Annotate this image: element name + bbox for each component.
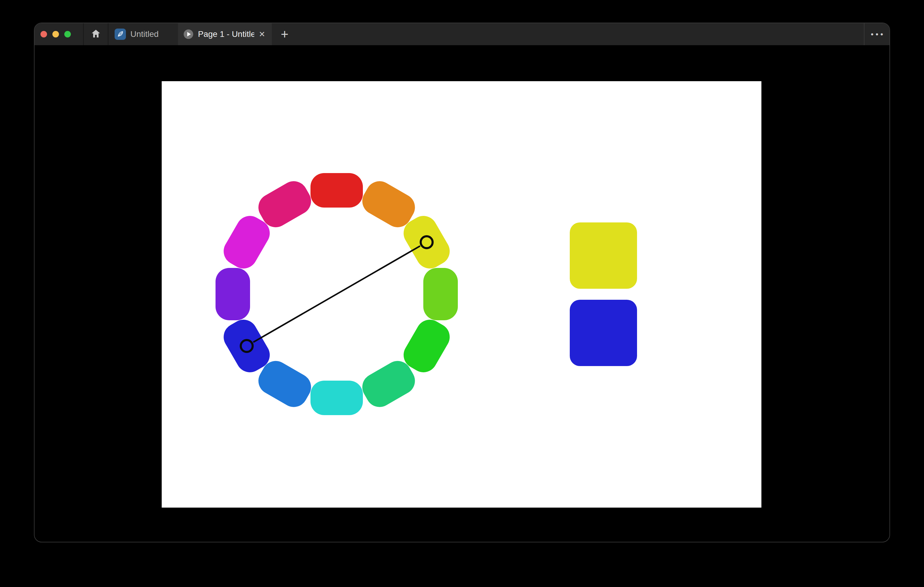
design-canvas-svg[interactable] xyxy=(162,81,761,508)
tab-label: Untitled xyxy=(130,30,158,39)
pair-swatch-blue[interactable] xyxy=(570,300,637,366)
zoom-window-button[interactable] xyxy=(64,31,71,38)
home-icon xyxy=(91,28,101,40)
new-tab-button[interactable]: + xyxy=(272,23,297,45)
design-canvas[interactable] xyxy=(162,81,761,508)
overflow-menu-button[interactable]: ••• xyxy=(865,23,889,45)
wheel-swatch-cyan[interactable] xyxy=(310,381,363,415)
tab-untitled[interactable]: Untitled xyxy=(108,23,178,45)
play-icon xyxy=(183,29,193,39)
close-window-button[interactable] xyxy=(41,31,47,38)
pair-swatch-yellow[interactable] xyxy=(570,222,637,289)
titlebar-spacer xyxy=(297,23,864,45)
wheel-swatch-chartreuse[interactable] xyxy=(423,268,458,320)
tab-label: Page 1 - Untitled xyxy=(198,30,254,39)
title-bar: Untitled Page 1 - Untitled ✕ + ••• xyxy=(35,23,889,45)
desktop: { "titlebar": { "tabs": [ { "label": "Un… xyxy=(0,0,924,587)
traffic-lights xyxy=(35,23,83,45)
home-button[interactable] xyxy=(84,23,108,45)
wheel-swatch-purple[interactable] xyxy=(216,268,250,320)
app-window: Untitled Page 1 - Untitled ✕ + ••• xyxy=(34,23,890,543)
tab-page-1-untitled[interactable]: Page 1 - Untitled ✕ xyxy=(178,23,272,45)
selection-line xyxy=(253,246,420,342)
quill-doc-icon xyxy=(115,28,126,40)
wheel-swatch-red[interactable] xyxy=(310,173,363,207)
close-tab-icon[interactable]: ✕ xyxy=(259,30,272,38)
minimize-window-button[interactable] xyxy=(53,31,59,38)
